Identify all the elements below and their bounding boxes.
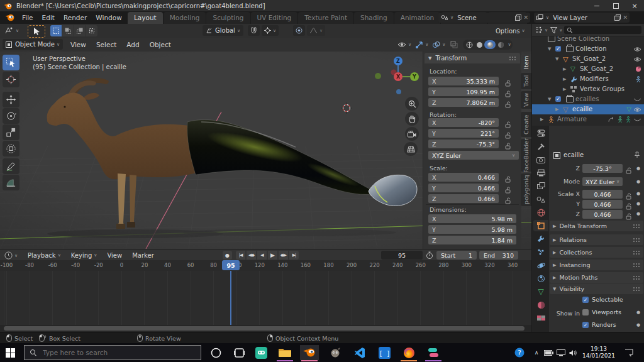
workspace-tab-uv-editing[interactable]: UV Editing — [251, 12, 298, 24]
outliner-row-sk_goat_2[interactable]: ▼▽SK_Goat_2 — [532, 54, 644, 64]
taskbar-clock[interactable]: 19:13 14/01/2021 — [580, 343, 618, 362]
sidebar-tab-polygoniq[interactable]: polygoniq — [521, 173, 531, 206]
shapekey-icon[interactable] — [635, 66, 641, 72]
scale-field[interactable]: 0.466 — [582, 190, 623, 199]
sidebar-tab-facebuilder[interactable]: FaceBuilder — [521, 139, 531, 172]
location-x-field[interactable]: X35.333 m — [428, 77, 499, 85]
view-layer-tab[interactable] — [533, 180, 548, 192]
new-scene-icon[interactable] — [515, 14, 521, 21]
transform-orientation-dropdown[interactable]: Global ∨ — [203, 25, 243, 36]
properties-editor-icon[interactable] — [533, 128, 548, 139]
rotation-y-field[interactable]: Y221° — [428, 129, 499, 138]
tool-scale[interactable] — [3, 124, 19, 140]
panel-drag-handle[interactable] — [509, 56, 516, 60]
visibility-eye-icon[interactable]: ∨ — [397, 41, 411, 48]
expander-open-icon[interactable]: ▼ — [555, 57, 558, 62]
timeline-menu-keying[interactable]: Keying ∨ — [66, 252, 103, 259]
outliner-row-ecaille[interactable]: ▶▽ecaille▽ — [532, 104, 644, 114]
delete-view-layer-icon[interactable]: ✕ — [623, 14, 628, 21]
proportional-falloff-dropdown[interactable]: ∨ — [307, 25, 325, 36]
material-tab[interactable] — [533, 299, 548, 310]
vscode-taskbar-icon[interactable] — [350, 345, 369, 360]
viewport-menu-view[interactable]: View — [65, 41, 91, 48]
eye-open-icon[interactable] — [633, 107, 641, 112]
brackets-app-taskbar-icon[interactable]: [ ] — [375, 345, 394, 360]
renders-checkbox[interactable]: ✓ — [582, 322, 589, 328]
selectable-checkbox[interactable]: ✓ — [582, 297, 589, 303]
zoom-button[interactable] — [405, 97, 419, 111]
modifiers-tab[interactable] — [533, 233, 548, 244]
figure-green-icon[interactable] — [617, 116, 623, 123]
menu-file[interactable]: File — [18, 11, 38, 24]
figure-teal-icon[interactable] — [625, 116, 631, 123]
axis-neg-z-ball[interactable] — [396, 89, 401, 94]
timeline-editor-icon[interactable]: ∨ — [4, 251, 18, 260]
start-button[interactable] — [6, 348, 15, 358]
lock-icon[interactable] — [626, 165, 632, 177]
tool-move[interactable] — [3, 92, 19, 107]
world-tab[interactable] — [533, 207, 548, 218]
workspace-tab-modeling[interactable]: Modeling — [164, 12, 206, 24]
taskbar-search[interactable] — [24, 345, 201, 360]
workspace-tab-sculpting[interactable]: Sculpting — [206, 12, 250, 24]
tool-transform[interactable] — [3, 141, 19, 156]
transport-jump-start-button[interactable]: |◀ — [236, 251, 245, 260]
viewport-menu-select[interactable]: Select — [91, 41, 121, 48]
outliner-editor-icon[interactable]: ∨ — [535, 26, 548, 33]
dimension-x-field[interactable]: X5.98 m — [428, 214, 516, 223]
new-view-layer-icon[interactable] — [614, 14, 621, 21]
eye-open-icon[interactable] — [633, 57, 641, 62]
transport-play-reverse-button[interactable]: ◀ — [257, 251, 267, 260]
minimize-button[interactable] — [587, 0, 606, 11]
expander-open-icon[interactable]: ▼ — [548, 97, 551, 102]
tool-rotate[interactable] — [3, 108, 19, 124]
location-y-field[interactable]: Y109.95 m — [428, 87, 499, 96]
current-frame-field[interactable]: 95 — [381, 251, 423, 260]
output-tab[interactable] — [533, 167, 548, 178]
timeline-dopesheet-area[interactable] — [0, 271, 531, 325]
rotation-z-field[interactable]: -75.3° — [582, 164, 623, 173]
viewport-menu-add[interactable]: Add — [121, 41, 144, 48]
location-z-field[interactable]: Z7.8062 m — [428, 98, 499, 107]
filter-icon[interactable]: ∨ — [550, 27, 562, 33]
frame-end-field[interactable]: End 310 — [479, 251, 518, 260]
panel-instancing[interactable]: ▶Instancing — [550, 260, 643, 270]
gimp-taskbar-icon[interactable] — [326, 345, 345, 360]
eye-closed-icon[interactable] — [633, 117, 641, 123]
playhead-line[interactable] — [230, 271, 231, 325]
outliner-row-collection[interactable]: ▼✓Collection — [532, 44, 644, 54]
rotation-mode-dropdown[interactable]: XYZ Euler ∨ — [428, 151, 519, 160]
workspace-tab-animation[interactable]: Animation — [394, 12, 441, 24]
transport-record-button[interactable]: ● — [223, 251, 232, 260]
select-mode-tweak[interactable] — [50, 25, 62, 36]
select-mode-circle[interactable] — [74, 25, 86, 36]
timeline-menu-view[interactable]: View — [102, 252, 127, 259]
playhead-frame-badge[interactable]: 95 — [222, 260, 240, 270]
dimension-z-field[interactable]: Z1.84 m — [428, 236, 516, 244]
animate-dot[interactable]: ● — [636, 310, 640, 315]
particles-tab[interactable] — [533, 246, 548, 258]
workspace-tab-shading[interactable]: Shading — [354, 12, 394, 24]
timeline-menu-playback[interactable]: Playback ∨ — [23, 252, 66, 259]
render-tab[interactable] — [533, 154, 548, 165]
sidebar-tab-tool[interactable]: Tool — [521, 73, 531, 89]
outliner-checkbox[interactable]: ✓ — [555, 96, 561, 102]
options-dropdown[interactable]: Options∨ — [496, 24, 525, 38]
armature-blue-icon[interactable] — [635, 76, 641, 83]
snapping-toggle[interactable] — [248, 25, 260, 36]
constraints-tab[interactable] — [533, 273, 548, 284]
firefox-taskbar-icon[interactable] — [399, 345, 418, 360]
volume-icon[interactable] — [567, 343, 579, 362]
scale-z-field[interactable]: Z0.466 — [428, 194, 499, 203]
menu-edit[interactable]: Edit — [38, 11, 59, 24]
scale-x-field[interactable]: X0.466 — [428, 173, 499, 182]
action-center-icon[interactable] — [621, 343, 636, 362]
expander-closed-icon[interactable]: ▶ — [563, 77, 566, 82]
cortana-taskbar-icon[interactable] — [206, 345, 225, 360]
object-data-tab[interactable]: ▽ — [533, 286, 548, 297]
outliner-search-input[interactable] — [564, 26, 641, 34]
expander-open-icon[interactable]: ▼ — [548, 47, 551, 52]
outliner-row-ecailles[interactable]: ▼✓ecailles — [532, 94, 644, 104]
expander-closed-icon[interactable]: ▶ — [563, 67, 566, 72]
chat-app-taskbar-icon[interactable] — [252, 345, 270, 360]
